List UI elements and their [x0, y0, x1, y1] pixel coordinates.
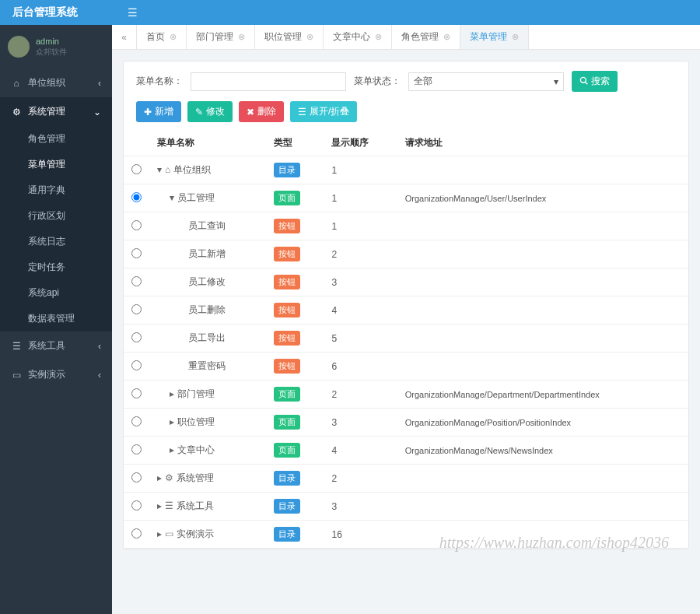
table-row[interactable]: ▾员工管理页面1OrganizationManage/User/UserInde…	[124, 184, 688, 212]
tab-1[interactable]: 部门管理⊗	[187, 25, 255, 49]
sidebar-subitem-4[interactable]: 系统日志	[0, 229, 112, 254]
tab-4[interactable]: 角色管理⊗	[392, 25, 460, 49]
tree-caret-icon[interactable]: ▸	[170, 416, 174, 427]
search-state-select[interactable]: 全部 ▾	[408, 72, 564, 91]
row-radio[interactable]	[131, 528, 142, 539]
row-radio[interactable]	[131, 164, 142, 174]
table-row[interactable]: ▸部门管理页面2OrganizationManage/Department/De…	[124, 381, 688, 409]
table-row[interactable]: 员工修改按钮3	[124, 268, 688, 296]
tab-close-icon[interactable]: ⊗	[512, 32, 519, 42]
app-title: 后台管理系统	[0, 5, 112, 19]
table-row[interactable]: ▸▭实例演示目录16	[124, 521, 688, 549]
tab-close-icon[interactable]: ⊗	[170, 32, 177, 42]
sidebar-item-0[interactable]: ⌂单位组织‹	[0, 68, 112, 97]
table-row[interactable]: ▸⚙系统管理目录2	[124, 465, 688, 493]
table-row[interactable]: 员工查询按钮1	[124, 212, 688, 240]
action-toolbar: ✚ 新增 ✎ 修改 ✖ 删除 ☰ 展开/折叠	[124, 101, 688, 130]
edit-button[interactable]: ✎ 修改	[187, 101, 233, 122]
table-row[interactable]: 员工删除按钮4	[124, 296, 688, 325]
row-radio[interactable]	[131, 304, 142, 314]
search-state-value: 全部	[414, 75, 432, 88]
tab-5[interactable]: 菜单管理⊗	[460, 25, 529, 49]
row-radio[interactable]	[131, 416, 142, 426]
gear-icon: ⚙	[165, 472, 173, 483]
sidebar-subitem-0[interactable]: 角色管理	[0, 126, 112, 152]
table-row[interactable]: ▸职位管理页面3OrganizationManage/Position/Posi…	[124, 409, 688, 437]
row-radio[interactable]	[131, 388, 142, 398]
tab-home-icon[interactable]: «	[112, 25, 137, 49]
row-url	[397, 493, 688, 521]
col-type: 类型	[266, 130, 324, 156]
sidebar-subitem-1[interactable]: 菜单管理	[0, 152, 112, 177]
sidebar-item-label: 单位组织	[28, 76, 65, 89]
chevron-icon: ‹	[98, 78, 101, 89]
tree-caret-icon[interactable]: ▸	[170, 388, 174, 399]
row-order: 1	[324, 184, 397, 212]
search-name-label: 菜单名称：	[136, 75, 183, 88]
table-row[interactable]: 员工导出按钮5	[124, 325, 688, 353]
row-radio[interactable]	[131, 500, 142, 510]
expand-collapse-button[interactable]: ☰ 展开/折叠	[290, 101, 357, 122]
row-radio[interactable]	[131, 472, 142, 482]
home-icon: ⌂	[165, 164, 170, 175]
tab-label: 部门管理	[196, 30, 233, 44]
row-radio[interactable]	[131, 444, 142, 454]
sidebar-subitem-6[interactable]: 系统api	[0, 280, 112, 306]
table-row[interactable]: ▸☰系统工具目录3	[124, 493, 688, 521]
sidebar-item-1[interactable]: ⚙系统管理⌄	[0, 97, 112, 126]
table-row[interactable]: ▾⌂单位组织目录1	[124, 156, 688, 184]
tab-close-icon[interactable]: ⊗	[375, 32, 382, 42]
row-order: 3	[324, 409, 397, 437]
chevron-icon: ‹	[98, 370, 101, 381]
row-url	[397, 296, 688, 325]
row-order: 1	[324, 212, 397, 240]
row-radio[interactable]	[131, 360, 142, 370]
row-radio[interactable]	[131, 276, 142, 286]
table-row[interactable]: 重置密码按钮6	[124, 353, 688, 381]
table-row[interactable]: ▸文章中心页面4OrganizationManage/News/NewsInde…	[124, 437, 688, 465]
tree-caret-icon[interactable]: ▾	[170, 192, 174, 203]
delete-button[interactable]: ✖ 删除	[239, 101, 284, 122]
row-radio[interactable]	[131, 332, 142, 342]
tab-close-icon[interactable]: ⊗	[443, 32, 450, 42]
plus-icon: ✚	[144, 107, 152, 118]
search-button[interactable]: 搜索	[572, 71, 618, 92]
row-name: 系统工具	[177, 500, 214, 511]
menu-toggle-icon[interactable]: ☰	[112, 6, 138, 19]
sidebar: admin 众邦软件 ⌂单位组织‹⚙系统管理⌄角色管理菜单管理通用字典行政区划系…	[0, 25, 112, 614]
user-subtitle: 众邦软件	[36, 47, 67, 57]
tree-caret-icon[interactable]: ▸	[170, 444, 174, 455]
tab-close-icon[interactable]: ⊗	[238, 32, 245, 42]
tree-caret-icon[interactable]: ▸	[157, 500, 162, 511]
col-url: 请求地址	[397, 130, 688, 156]
sidebar-subitem-3[interactable]: 行政区划	[0, 203, 112, 229]
tab-3[interactable]: 文章中心⊗	[324, 25, 392, 49]
tab-2[interactable]: 职位管理⊗	[255, 25, 324, 49]
tree-caret-icon[interactable]: ▸	[157, 472, 162, 483]
sliders-icon: ☰	[11, 341, 22, 352]
search-state-label: 菜单状态：	[354, 75, 401, 88]
row-order: 1	[324, 156, 397, 184]
row-url	[397, 212, 688, 240]
table-row[interactable]: 员工新增按钮2	[124, 240, 688, 268]
sidebar-subitem-2[interactable]: 通用字典	[0, 177, 112, 203]
row-radio[interactable]	[131, 248, 142, 258]
row-name: 员工导出	[188, 332, 226, 343]
search-name-input[interactable]	[191, 72, 346, 91]
sidebar-item-3[interactable]: ▭实例演示‹	[0, 360, 112, 389]
sidebar-subitem-5[interactable]: 定时任务	[0, 254, 112, 280]
tab-close-icon[interactable]: ⊗	[306, 32, 313, 42]
row-radio[interactable]	[131, 192, 142, 202]
avatar	[8, 36, 30, 58]
tree-caret-icon[interactable]: ▾	[157, 164, 162, 175]
edit-icon: ✎	[195, 107, 203, 118]
tablet-icon: ▭	[165, 528, 173, 539]
add-button[interactable]: ✚ 新增	[136, 101, 181, 122]
row-radio[interactable]	[131, 220, 142, 230]
sidebar-subitem-7[interactable]: 数据表管理	[0, 306, 112, 332]
sidebar-item-2[interactable]: ☰系统工具‹	[0, 332, 112, 360]
tree-caret-icon[interactable]: ▸	[157, 528, 162, 539]
type-badge: 页面	[274, 415, 300, 430]
row-name: 员工查询	[188, 220, 226, 231]
tab-0[interactable]: 首页⊗	[137, 25, 187, 49]
